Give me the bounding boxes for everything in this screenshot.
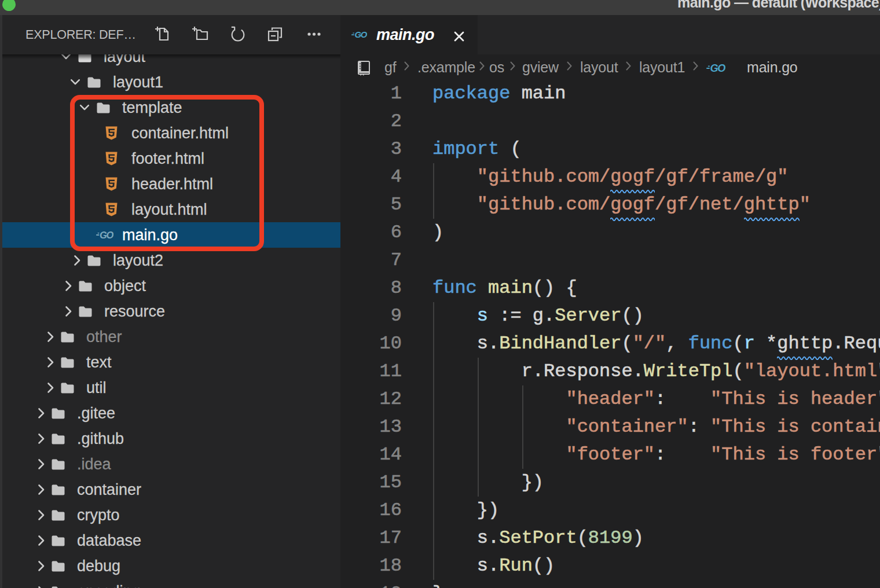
- svg-text:GO: GO: [710, 63, 725, 74]
- svg-text:GO: GO: [354, 30, 367, 39]
